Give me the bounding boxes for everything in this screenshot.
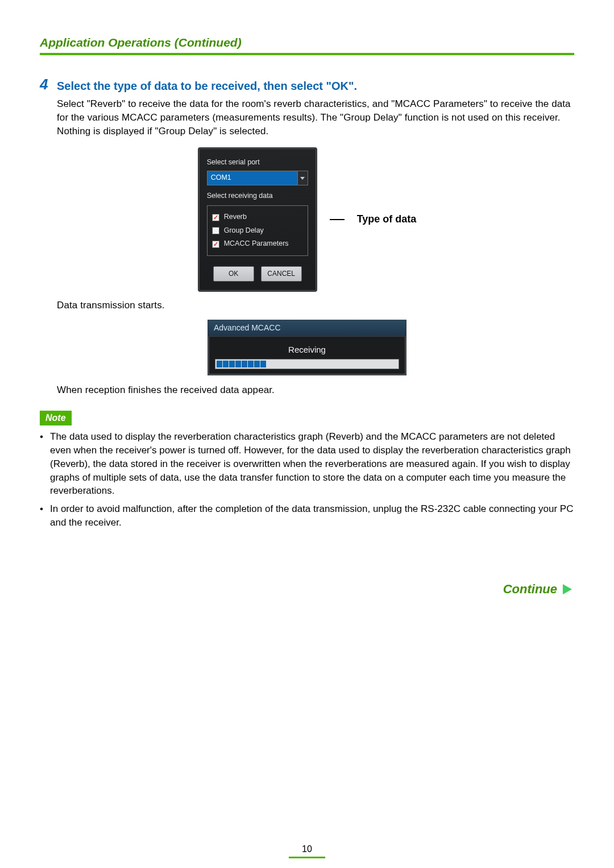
step-number: 4	[40, 77, 52, 92]
progress-bar	[215, 359, 399, 369]
continue-link[interactable]: Continue	[503, 581, 572, 598]
serial-port-value: COM1	[208, 171, 297, 185]
checkbox-row-group-delay[interactable]: Group Delay	[212, 224, 303, 238]
dialog-port-select-wrap: Select serial port COM1 Select receiving…	[40, 147, 574, 292]
checkbox-reverb[interactable]	[212, 214, 219, 221]
page-number-underline	[289, 857, 325, 858]
step-heading: 4 Select the type of data to be received…	[40, 78, 574, 94]
note-bullet: The data used to display the reverberati…	[40, 430, 574, 498]
label-select-serial-port: Select serial port	[207, 158, 308, 168]
cancel-button[interactable]: CANCEL	[261, 266, 302, 282]
section-title: Application Operations (Continued)	[40, 34, 574, 53]
section-divider	[40, 53, 574, 55]
receiving-data-group: Reverb Group Delay MCACC Parameters	[207, 205, 308, 256]
continue-label-text: Continue	[503, 581, 557, 598]
arrow-right-icon	[563, 584, 572, 594]
ok-button[interactable]: OK	[213, 266, 254, 282]
serial-port-combo[interactable]: COM1	[207, 171, 308, 185]
note-list: The data used to display the reverberati…	[40, 430, 574, 530]
callout-type-of-data: Type of data	[357, 212, 417, 226]
label-select-receiving-data: Select receiving data	[207, 191, 308, 201]
checkbox-label: MCACC Parameters	[224, 239, 289, 249]
note-badge: Note	[40, 411, 72, 425]
text-data-transmission-starts: Data transmission starts.	[57, 299, 574, 312]
checkbox-group-delay[interactable]	[212, 227, 219, 234]
checkbox-label: Reverb	[224, 212, 247, 222]
dialog-receiving-title: Advanced MCACC	[208, 320, 406, 337]
receiving-label: Receiving	[215, 344, 399, 356]
text-reception-finishes: When reception finishes the received dat…	[57, 383, 574, 397]
step-title: Select the type of data to be received, …	[57, 78, 357, 94]
checkbox-mcacc[interactable]	[212, 241, 219, 248]
callout-connector	[330, 219, 345, 220]
checkbox-label: Group Delay	[224, 226, 264, 236]
note-bullet: In order to avoid malfunction, after the…	[40, 502, 574, 530]
serial-port-dropdown-button[interactable]	[297, 171, 308, 185]
dialog-port-select: Select serial port COM1 Select receiving…	[198, 147, 317, 292]
checkbox-row-mcacc[interactable]: MCACC Parameters	[212, 237, 303, 251]
dialog-receiving: Advanced MCACC Receiving	[208, 320, 406, 375]
page-number: 10	[40, 843, 574, 858]
step-intro: Select "Reverb" to receive the data for …	[57, 97, 574, 138]
chevron-down-icon	[300, 177, 305, 180]
checkbox-row-reverb[interactable]: Reverb	[212, 210, 303, 224]
